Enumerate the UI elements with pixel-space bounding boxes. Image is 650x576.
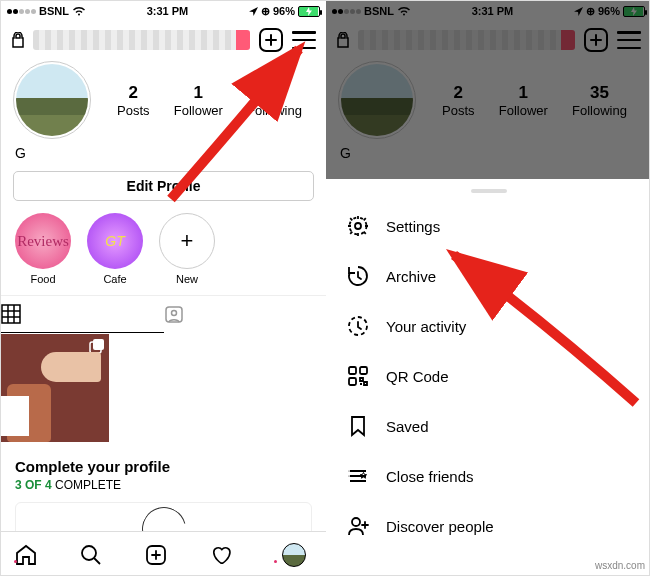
highlight-cafe-cover: GT bbox=[87, 213, 143, 269]
bookmark-icon bbox=[346, 414, 370, 438]
create-icon bbox=[144, 543, 168, 567]
svg-rect-13 bbox=[349, 378, 356, 385]
svg-point-15 bbox=[349, 476, 350, 477]
username-dropdown[interactable] bbox=[33, 30, 250, 50]
menu-qrcode-label: QR Code bbox=[386, 368, 449, 385]
home-icon bbox=[14, 543, 38, 567]
wifi-icon bbox=[72, 6, 86, 16]
menu-settings-label: Settings bbox=[386, 218, 440, 235]
followers-stat[interactable]: 1 Follower bbox=[174, 83, 223, 118]
svg-point-2 bbox=[171, 311, 176, 316]
grid-icon bbox=[1, 304, 21, 324]
highlight-cafe[interactable]: GT Cafe bbox=[87, 213, 143, 285]
menu-discover[interactable]: Discover people bbox=[326, 501, 650, 551]
profile-header bbox=[1, 21, 326, 61]
hamburger-menu-button[interactable] bbox=[292, 31, 316, 49]
menu-activity-label: Your activity bbox=[386, 318, 466, 335]
battery-icon bbox=[623, 6, 645, 17]
followers-label: Follower bbox=[174, 103, 223, 118]
tagged-tab[interactable] bbox=[164, 296, 327, 333]
menu-saved[interactable]: Saved bbox=[326, 401, 650, 451]
menu-sheet-screen: BSNL 3:31 PM ⊕ 96% 2Posts 1Follower 35Fo… bbox=[326, 1, 650, 576]
heart-icon bbox=[209, 543, 233, 567]
menu-discover-label: Discover people bbox=[386, 518, 494, 535]
nav-create[interactable] bbox=[144, 543, 184, 567]
nav-home[interactable] bbox=[14, 543, 54, 567]
menu-settings[interactable]: Settings bbox=[326, 201, 650, 251]
posts-count: 2 bbox=[117, 83, 150, 103]
menu-qrcode[interactable]: QR Code bbox=[326, 351, 650, 401]
posts-stat[interactable]: 2 Posts bbox=[117, 83, 150, 118]
wifi-icon bbox=[397, 6, 411, 16]
nav-search[interactable] bbox=[79, 543, 119, 567]
watermark: wsxdn.com bbox=[595, 560, 645, 571]
clock-label: 3:31 PM bbox=[147, 5, 189, 17]
options-sheet: Settings Archive Your activity QR Code S… bbox=[326, 179, 650, 576]
location-icon bbox=[249, 7, 258, 16]
highlight-cafe-label: Cafe bbox=[87, 273, 143, 285]
edit-profile-button[interactable]: Edit Profile bbox=[13, 171, 314, 201]
menu-archive-label: Archive bbox=[386, 268, 436, 285]
complete-profile-progress: 3 OF 4 COMPLETE bbox=[15, 478, 312, 492]
tagged-icon bbox=[164, 304, 184, 324]
battery-icon bbox=[298, 6, 320, 17]
posts-label: Posts bbox=[117, 103, 150, 118]
following-label: Following bbox=[247, 103, 302, 118]
menu-close-friends[interactable]: Close friends bbox=[326, 451, 650, 501]
profile-stats-row: 2 Posts 1 Follower 35 Following bbox=[1, 61, 326, 139]
svg-rect-12 bbox=[360, 367, 367, 374]
svg-point-16 bbox=[352, 518, 360, 526]
svg-point-8 bbox=[355, 223, 361, 229]
highlight-food-label: Food bbox=[15, 273, 71, 285]
menu-activity[interactable]: Your activity bbox=[326, 301, 650, 351]
followers-count: 1 bbox=[174, 83, 223, 103]
battery-pct: 96% bbox=[273, 5, 295, 17]
lock-icon bbox=[11, 32, 25, 48]
profile-avatar[interactable] bbox=[13, 61, 91, 139]
bottom-nav bbox=[1, 531, 326, 576]
highlight-food-cover: Reviews bbox=[15, 213, 71, 269]
create-button bbox=[583, 27, 609, 53]
complete-profile-title: Complete your profile bbox=[15, 458, 312, 475]
post-thumbnail[interactable] bbox=[1, 334, 109, 442]
profile-avatar bbox=[338, 61, 416, 139]
search-icon bbox=[79, 543, 103, 567]
carrier-label: BSNL bbox=[39, 5, 69, 17]
hamburger-menu-button bbox=[617, 31, 641, 49]
create-button[interactable] bbox=[258, 27, 284, 53]
following-stat[interactable]: 35 Following bbox=[247, 83, 302, 118]
display-name: G bbox=[1, 139, 326, 171]
highlight-new-label: New bbox=[159, 273, 215, 285]
menu-close-friends-label: Close friends bbox=[386, 468, 474, 485]
story-highlights: Reviews Food GT Cafe + New bbox=[1, 201, 326, 295]
archive-icon bbox=[346, 264, 370, 288]
svg-rect-11 bbox=[349, 367, 356, 374]
close-friends-icon bbox=[346, 464, 370, 488]
sheet-grabber[interactable] bbox=[471, 189, 507, 193]
profile-avatar-icon bbox=[282, 543, 306, 567]
activity-icon bbox=[346, 314, 370, 338]
svg-rect-3 bbox=[93, 339, 104, 350]
location-icon bbox=[574, 7, 583, 16]
username-dropdown bbox=[358, 30, 575, 50]
svg-point-5 bbox=[82, 546, 96, 560]
status-bar: BSNL 3:31 PM ⊕ 96% bbox=[1, 1, 326, 21]
nav-activity[interactable] bbox=[209, 543, 249, 567]
signal-dots-icon bbox=[7, 9, 36, 14]
lock-icon bbox=[336, 32, 350, 48]
profile-screen: BSNL 3:31 PM ⊕ 96% 2 Posts bbox=[1, 1, 326, 576]
qrcode-icon bbox=[346, 364, 370, 388]
grid-tab[interactable] bbox=[1, 296, 164, 333]
status-bar: BSNL 3:31 PM ⊕ 96% bbox=[326, 1, 650, 21]
menu-saved-label: Saved bbox=[386, 418, 429, 435]
nav-profile[interactable] bbox=[274, 543, 314, 567]
menu-archive[interactable]: Archive bbox=[326, 251, 650, 301]
gear-icon bbox=[346, 214, 370, 238]
plus-icon: + bbox=[159, 213, 215, 269]
profile-tabs bbox=[1, 295, 326, 333]
svg-point-14 bbox=[349, 471, 350, 472]
following-count: 35 bbox=[247, 83, 302, 103]
discover-people-icon bbox=[346, 514, 370, 538]
highlight-food[interactable]: Reviews Food bbox=[15, 213, 71, 285]
highlight-new[interactable]: + New bbox=[159, 213, 215, 285]
